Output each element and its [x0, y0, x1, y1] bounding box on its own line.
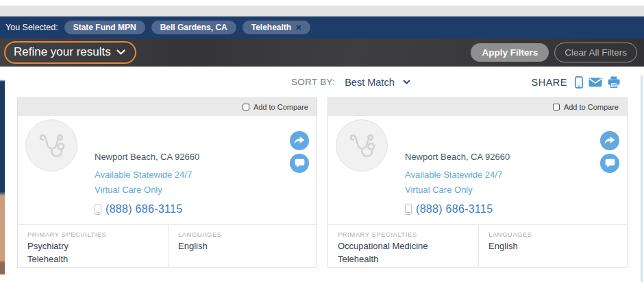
- refine-bar: Refine your results Apply Filters Clear …: [0, 38, 644, 67]
- provider-card: Add to Compare Newport Beach, CA 92660 A…: [327, 97, 628, 268]
- top-margin: [0, 0, 644, 5]
- availability-link[interactable]: Available Statewide 24/7: [405, 169, 510, 180]
- language-value: English: [178, 240, 222, 253]
- share-label: SHARE: [532, 77, 567, 88]
- chevron-down-icon: [403, 80, 410, 85]
- mobile-phone-icon: [95, 204, 101, 215]
- compare-label: Add to Compare: [564, 103, 619, 111]
- share-arrow-icon: [294, 136, 305, 145]
- card-actions: [600, 131, 619, 173]
- chat-bubble-icon: [605, 158, 615, 168]
- filter-chip-telehealth[interactable]: Telehealth ✕: [243, 21, 311, 34]
- compare-label: Add to Compare: [253, 103, 308, 111]
- chat-button[interactable]: [290, 154, 309, 173]
- card-header: Add to Compare: [328, 98, 627, 116]
- filter-chip-telehealth-label: Telehealth: [251, 23, 291, 32]
- provider-info: Newport Beach, CA 92660 Available Statew…: [405, 152, 510, 215]
- chat-button[interactable]: [600, 154, 619, 173]
- compare-checkbox[interactable]: [243, 104, 249, 110]
- card-actions: [290, 131, 309, 173]
- specialties-column: PRIMARY SPECIALTIES Occupational Medicin…: [328, 225, 479, 267]
- share-email-icon[interactable]: [589, 78, 602, 87]
- card-details: PRIMARY SPECIALTIES Occupational Medicin…: [328, 224, 627, 267]
- sort-share-row: SORT BY: Best Match SHARE: [5, 67, 641, 97]
- phone-number-link[interactable]: (888) 686-3115: [416, 203, 493, 215]
- filter-action-buttons: Apply Filters Clear All Filters: [471, 43, 637, 62]
- mobile-phone-icon: [405, 204, 412, 215]
- provider-location: Newport Beach, CA 92660: [405, 152, 510, 162]
- refine-results-label: Refine your results: [14, 45, 111, 59]
- specialties-label: PRIMARY SPECIALTIES: [27, 231, 161, 238]
- share-print-icon[interactable]: [608, 76, 620, 88]
- selected-filters-bar: You Selected: State Fund MPN Bell Garden…: [0, 16, 644, 38]
- specialties-column: PRIMARY SPECIALTIES Psychiatry Telehealt…: [18, 225, 169, 267]
- specialty-value: Telehealth: [338, 253, 471, 266]
- provider-info: Newport Beach, CA 92660 Available Statew…: [95, 152, 199, 215]
- add-to-compare[interactable]: Add to Compare: [553, 103, 619, 111]
- sort-group: SORT BY: Best Match: [291, 67, 410, 97]
- phone-number-link[interactable]: (888) 686-3115: [106, 203, 182, 215]
- languages-label: LANGUAGES: [178, 231, 222, 238]
- specialty-value: Telehealth: [27, 253, 161, 266]
- stethoscope-icon: [342, 126, 382, 165]
- card-body: Newport Beach, CA 92660 Available Statew…: [328, 116, 627, 226]
- background-photo-edge: [0, 67, 5, 282]
- phone-row: (888) 686-3115: [405, 203, 510, 215]
- sort-dropdown[interactable]: Best Match: [345, 77, 410, 88]
- card-header: Add to Compare: [18, 98, 317, 116]
- availability-link[interactable]: Available Statewide 24/7: [95, 169, 199, 180]
- top-gray-band: [0, 5, 644, 16]
- clear-all-filters-button[interactable]: Clear All Filters: [554, 43, 637, 62]
- share-arrow-icon: [604, 136, 615, 145]
- chevron-down-icon: [116, 49, 125, 56]
- stethoscope-icon: [32, 126, 71, 165]
- scrollbar-edge[interactable]: [641, 75, 643, 282]
- card-details: PRIMARY SPECIALTIES Psychiatry Telehealt…: [18, 224, 317, 267]
- provider-location: Newport Beach, CA 92660: [95, 152, 199, 162]
- share-provider-button[interactable]: [600, 131, 619, 150]
- languages-label: LANGUAGES: [488, 231, 532, 238]
- compare-checkbox[interactable]: [553, 104, 560, 110]
- apply-filters-button[interactable]: Apply Filters: [471, 43, 549, 62]
- specialty-value: Psychiatry: [27, 240, 161, 253]
- share-mobile-icon[interactable]: [575, 76, 583, 89]
- filter-chip-bell-gardens[interactable]: Bell Gardens, CA: [151, 21, 236, 34]
- languages-column: LANGUAGES English: [479, 225, 539, 267]
- sort-by-label: SORT BY:: [291, 77, 335, 87]
- share-group: SHARE: [532, 67, 620, 97]
- card-body: Newport Beach, CA 92660 Available Statew…: [18, 116, 317, 226]
- specialties-label: PRIMARY SPECIALTIES: [338, 231, 471, 238]
- provider-avatar: [336, 119, 388, 172]
- provider-avatar: [25, 119, 77, 172]
- you-selected-label: You Selected:: [5, 23, 58, 32]
- remove-filter-icon[interactable]: ✕: [295, 23, 301, 32]
- filter-chip-state-fund-mpn[interactable]: State Fund MPN: [64, 21, 145, 34]
- care-type-link[interactable]: Virtual Care Only: [405, 185, 510, 195]
- share-provider-button[interactable]: [290, 131, 309, 150]
- specialty-value: Occupational Medicine: [338, 240, 471, 253]
- sort-dropdown-value: Best Match: [345, 77, 395, 88]
- languages-column: LANGUAGES English: [169, 225, 229, 267]
- add-to-compare[interactable]: Add to Compare: [243, 103, 308, 111]
- chat-bubble-icon: [295, 158, 305, 168]
- refine-results-button[interactable]: Refine your results: [4, 41, 136, 64]
- phone-row: (888) 686-3115: [95, 203, 199, 215]
- care-type-link[interactable]: Virtual Care Only: [95, 185, 199, 195]
- provider-search-results-page: You Selected: State Fund MPN Bell Garden…: [0, 0, 644, 282]
- provider-card: Add to Compare Newport Beach, CA 92660 A…: [17, 97, 317, 268]
- language-value: English: [488, 240, 532, 253]
